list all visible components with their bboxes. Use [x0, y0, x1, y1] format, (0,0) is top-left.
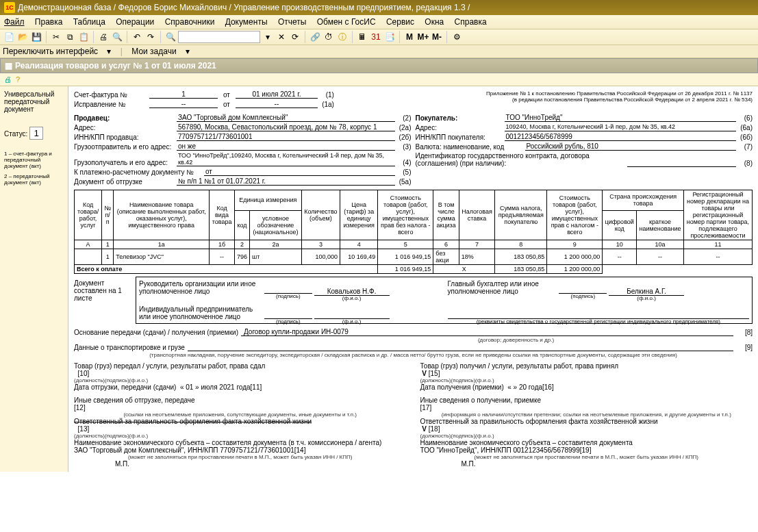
doc-pages-lbl: Документ составлен на 1 листе [74, 277, 136, 324]
menu-help[interactable]: Справка [455, 17, 487, 27]
menu-file[interactable]: Файл [4, 17, 25, 27]
sf-no: 1 [149, 90, 218, 99]
print-icon[interactable]: 🖨 [97, 31, 110, 43]
form-title: Реализация товаров и услуг № 1 от 01 июл… [15, 61, 216, 71]
main-menu: Файл Правка Таблица Операции Справочники… [0, 15, 758, 29]
calc-icon[interactable]: 🖩 [356, 31, 368, 43]
m-icon[interactable]: M [403, 31, 416, 43]
menu-directories[interactable]: Справочники [165, 17, 215, 27]
refresh-icon[interactable]: ⟳ [289, 31, 301, 43]
sf-lbl: Счет-фактура № [74, 91, 149, 99]
settings-icon[interactable]: ⚙ [451, 31, 463, 43]
link-icon[interactable]: 🔗 [309, 31, 321, 43]
table-row: 1Телевизор "JVC"-- 796шт100,00010 169,49… [75, 249, 753, 265]
appendix-1: Приложение № 1 к постановлению Правитель… [414, 90, 753, 97]
status-input[interactable] [29, 127, 43, 140]
main-toolbar: 📄 📂 💾 ✂ ⧉ 📋 🖨 🔍 ↶ ↷ 🔍 ▾ ✕ ⟳ 🔗 ⏱ ⓘ 🖩 31 📑… [0, 29, 758, 45]
history-icon[interactable]: ⏱ [323, 31, 335, 43]
undo-icon[interactable]: ↶ [131, 31, 143, 43]
menu-operations[interactable]: Операции [116, 17, 154, 27]
my-tasks-tab[interactable]: Мои задачи ▾ [131, 47, 190, 56]
col-number-row: А11а1б 22а34 5678 91010а11 [75, 240, 753, 249]
upd-title: Универсальный передаточный документ [4, 90, 64, 113]
form-title-bar: ▦ Реализация товаров и услуг № 1 от 01 и… [0, 58, 758, 73]
save-icon[interactable]: 💾 [30, 31, 42, 43]
new-icon[interactable]: 📄 [3, 31, 15, 43]
dropdown-icon[interactable]: ▾ [262, 31, 274, 43]
help-small-icon[interactable]: ⓘ [336, 31, 349, 43]
status-note-2: 2 – передаточный документ (акт) [4, 173, 64, 186]
buyer-val: ТОО "ИнноТрейд" [505, 114, 737, 122]
m-minus-icon[interactable]: M- [431, 31, 443, 43]
left-panel: Универсальный передаточный документ Стат… [0, 86, 68, 472]
cut-icon[interactable]: ✂ [50, 31, 62, 43]
menu-windows[interactable]: Окна [425, 17, 444, 27]
task-icon[interactable]: 📑 [383, 31, 396, 43]
app-title: Демонстрационная база / Федоров Борис Ми… [18, 3, 470, 12]
isp-lbl: Исправление № [74, 101, 149, 108]
clear-icon[interactable]: ✕ [275, 31, 288, 43]
form-icon: ▦ [5, 61, 12, 71]
menu-documents[interactable]: Документы [225, 17, 268, 27]
form-toolbar: 🖨 ? [0, 73, 758, 86]
print-form-icon[interactable]: 🖨 [4, 75, 12, 84]
seller-addr: 567890, Москва, Севастопольский проезд, … [177, 123, 395, 131]
document-body: Счет-фактура № 1 от 01 июля 2021 г. (1) … [68, 86, 758, 472]
sf-date: 01 июля 2021 г. [236, 90, 318, 99]
right-col-title: Товар (груз) получил / услуги, результат… [420, 362, 753, 370]
status-label: Статус: [4, 130, 27, 138]
menu-gosis[interactable]: Обмен с ГосИС [317, 17, 376, 27]
goods-table: Код товара/ работ, услуг № п/п Наименова… [74, 190, 753, 274]
help-icon[interactable]: ? [16, 75, 20, 84]
open-icon[interactable]: 📂 [16, 31, 29, 43]
seller-val: ЗАО "Торговый дом Комплексный" [177, 114, 395, 122]
total-row: Всего к оплате 1 016 949,15X 183 050,851… [75, 265, 753, 274]
redo-icon[interactable]: ↷ [144, 31, 157, 43]
status-note-1: 1 – счет-фактура и передаточный документ… [4, 151, 64, 169]
search-input[interactable] [178, 31, 260, 43]
switch-interface-tab[interactable]: Переключить интерфейс ▾ [3, 47, 111, 56]
app-titlebar: 1C Демонстрационная база / Федоров Борис… [0, 0, 758, 15]
paste-icon[interactable]: 📋 [77, 31, 90, 43]
calendar-icon[interactable]: 31 [370, 31, 382, 43]
seller-inn: 7709757121/773601001 [177, 133, 395, 141]
appendix-2: (в редакции постановления Правительства … [414, 97, 753, 103]
left-col-title: Товар (груз) передал / услуги, результат… [74, 362, 407, 370]
menu-reports[interactable]: Отчеты [278, 17, 306, 27]
menu-edit[interactable]: Правка [35, 17, 63, 27]
tabs-bar: Переключить интерфейс ▾ | Мои задачи ▾ [0, 45, 758, 58]
app-logo-icon: 1C [4, 2, 15, 13]
zoom-icon[interactable]: 🔍 [164, 31, 177, 43]
menu-service[interactable]: Сервис [386, 17, 414, 27]
m-plus-icon[interactable]: M+ [417, 31, 429, 43]
menu-table[interactable]: Таблица [73, 17, 105, 27]
preview-icon[interactable]: 🔍 [111, 31, 123, 43]
copy-icon[interactable]: ⧉ [64, 31, 76, 43]
